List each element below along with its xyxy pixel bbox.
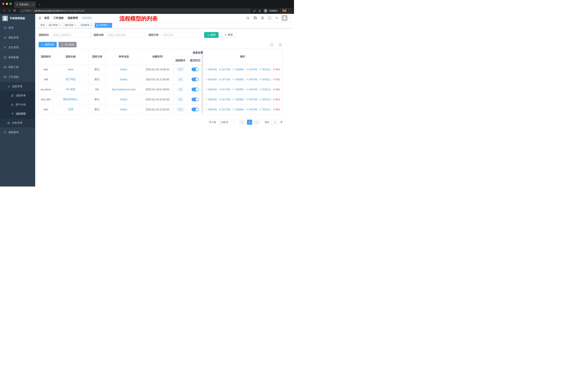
reload-button[interactable]: [12, 8, 17, 13]
sidebar-item-system-manage[interactable]: 系统管理: [0, 33, 35, 43]
model-name-link[interactable]: 测试多审批人: [63, 98, 78, 101]
active-status-switch[interactable]: [192, 108, 199, 111]
model-name-link[interactable]: OA 请假: [66, 88, 75, 91]
collapse-sidebar-button[interactable]: [37, 15, 43, 21]
action-assign-rule[interactable]: 分配规则: [232, 68, 244, 71]
font-size-button[interactable]: [274, 15, 280, 21]
security-chip[interactable]: 不安全: [21, 9, 31, 12]
action-delete[interactable]: 删除: [273, 68, 280, 71]
password-key-icon[interactable]: [253, 9, 256, 12]
process-id-input[interactable]: [51, 32, 91, 38]
new-tab-button[interactable]: [37, 2, 42, 7]
url-bar[interactable]: 不安全 dashboard.yudao.iocoder.cn/bpm/manag…: [19, 8, 251, 13]
sidebar-item-leave-query[interactable]: 请假查询: [0, 128, 35, 137]
caret-down-icon[interactable]: [289, 17, 292, 19]
action-delete[interactable]: 删除: [273, 98, 280, 101]
toggle-search-button[interactable]: [269, 42, 274, 47]
action-assign-rule[interactable]: 分配规则: [232, 98, 244, 101]
action-modify-process[interactable]: 修改流程: [205, 78, 217, 81]
tag-my-process[interactable]: 我的流程: [63, 23, 78, 28]
sidebar-item-process-manage[interactable]: 流程管理: [0, 82, 35, 91]
search-button[interactable]: 搜索: [204, 32, 219, 38]
goto-page-input[interactable]: [271, 120, 279, 125]
action-delete[interactable]: 删除: [273, 78, 280, 81]
page-number-button[interactable]: 1: [247, 120, 252, 125]
close-tab-icon[interactable]: [32, 4, 34, 6]
active-status-switch[interactable]: [192, 88, 199, 91]
action-modify-process[interactable]: 修改流程: [205, 98, 217, 101]
zoom-window-button[interactable]: [10, 3, 12, 5]
prev-page-button[interactable]: [240, 120, 245, 125]
form-info-link[interactable]: biubiu: [120, 68, 127, 71]
github-button[interactable]: [252, 15, 258, 21]
active-status-switch[interactable]: [192, 78, 199, 81]
action-design-process[interactable]: 设计流程: [219, 98, 230, 101]
close-icon[interactable]: [74, 24, 76, 26]
sidebar-item-home[interactable]: 首页: [0, 23, 35, 33]
action-publish-process[interactable]: 发布流程: [246, 78, 257, 81]
action-process-definition[interactable]: 流程定义: [259, 68, 271, 71]
action-modify-process[interactable]: 修改流程: [205, 88, 217, 91]
close-icon[interactable]: [59, 24, 61, 26]
action-delete[interactable]: 删除: [273, 88, 280, 91]
page-size-select[interactable]: 10条/页: [219, 120, 235, 125]
create-process-button[interactable]: 新建流程: [39, 42, 57, 47]
action-process-definition[interactable]: 流程定义: [259, 88, 271, 91]
menu-dots-icon[interactable]: [288, 10, 290, 12]
close-icon[interactable]: [90, 24, 92, 26]
action-design-process[interactable]: 设计流程: [219, 68, 230, 71]
browser-tab[interactable]: 芋道管理系统: [14, 1, 36, 8]
help-button[interactable]: [260, 15, 265, 21]
action-publish-process[interactable]: 发布流程: [246, 108, 257, 111]
forward-button[interactable]: [7, 8, 12, 13]
form-info-link[interactable]: /bpm/oa/leave/create: [112, 88, 136, 91]
active-status-switch[interactable]: [192, 98, 199, 101]
action-publish-process[interactable]: 发布流程: [246, 68, 257, 71]
model-name-link[interactable]: 自己审批: [66, 78, 76, 81]
model-name-link[interactable]: eeee: [68, 68, 74, 71]
refresh-table-button[interactable]: [278, 42, 283, 47]
sidebar-item-payment-manage[interactable]: 支付管理: [0, 43, 35, 52]
process-name-input[interactable]: [106, 32, 146, 38]
action-publish-process[interactable]: 发布流程: [246, 98, 257, 101]
minimize-window-button[interactable]: [6, 3, 8, 5]
sidebar-item-process-form[interactable]: 流程表单: [0, 91, 35, 100]
sidebar-item-infrastructure[interactable]: 基础设施: [0, 52, 35, 62]
sidebar-item-process-model[interactable]: 流程模型: [0, 109, 35, 118]
next-page-button[interactable]: [254, 120, 260, 125]
action-process-definition[interactable]: 流程定义: [259, 98, 271, 101]
action-process-definition[interactable]: 流程定义: [259, 108, 271, 111]
form-info-link[interactable]: biubiu: [120, 108, 127, 111]
import-process-button[interactable]: 导入流程: [59, 42, 77, 47]
form-info-link[interactable]: biubiu: [120, 98, 127, 101]
action-publish-process[interactable]: 发布流程: [246, 88, 257, 91]
breadcrumb-item[interactable]: 工作流程: [53, 16, 64, 20]
tag-process-form[interactable]: 流程表单: [79, 23, 94, 28]
close-window-button[interactable]: [2, 3, 4, 5]
process-category-select[interactable]: 流程分类: [161, 32, 201, 38]
sidebar-logo[interactable]: 芋道管理系统: [0, 14, 35, 23]
reset-button[interactable]: 重置: [221, 32, 236, 38]
form-info-link[interactable]: biubiu: [120, 78, 127, 81]
action-design-process[interactable]: 设计流程: [219, 88, 230, 91]
action-assign-rule[interactable]: 分配规则: [232, 88, 244, 91]
action-process-definition[interactable]: 流程定义: [259, 78, 271, 81]
model-name-link[interactable]: 滔博: [68, 108, 73, 111]
action-modify-process[interactable]: 修改流程: [205, 108, 217, 111]
chrome-update-button[interactable]: 更新: [280, 9, 292, 13]
action-modify-process[interactable]: 修改流程: [205, 68, 217, 71]
sidebar-item-workflow[interactable]: 工作流程: [0, 72, 35, 82]
action-delete[interactable]: 删除: [273, 108, 280, 111]
bookmark-star-icon[interactable]: [258, 9, 261, 12]
header-search-button[interactable]: [245, 15, 251, 21]
action-assign-rule[interactable]: 分配规则: [232, 108, 244, 111]
tag-home[interactable]: 首页: [39, 23, 46, 28]
sidebar-item-dev-tools[interactable]: 研发工具: [0, 62, 35, 72]
sidebar-item-task-manage[interactable]: 任务管理: [0, 118, 35, 128]
tag-tenant-manage[interactable]: 租户管理: [47, 23, 62, 28]
breadcrumb-item[interactable]: 首页: [44, 16, 49, 20]
action-assign-rule[interactable]: 分配规则: [232, 78, 244, 81]
active-status-switch[interactable]: [192, 68, 199, 71]
action-design-process[interactable]: 设计流程: [219, 78, 230, 81]
action-design-process[interactable]: 设计流程: [219, 108, 230, 111]
